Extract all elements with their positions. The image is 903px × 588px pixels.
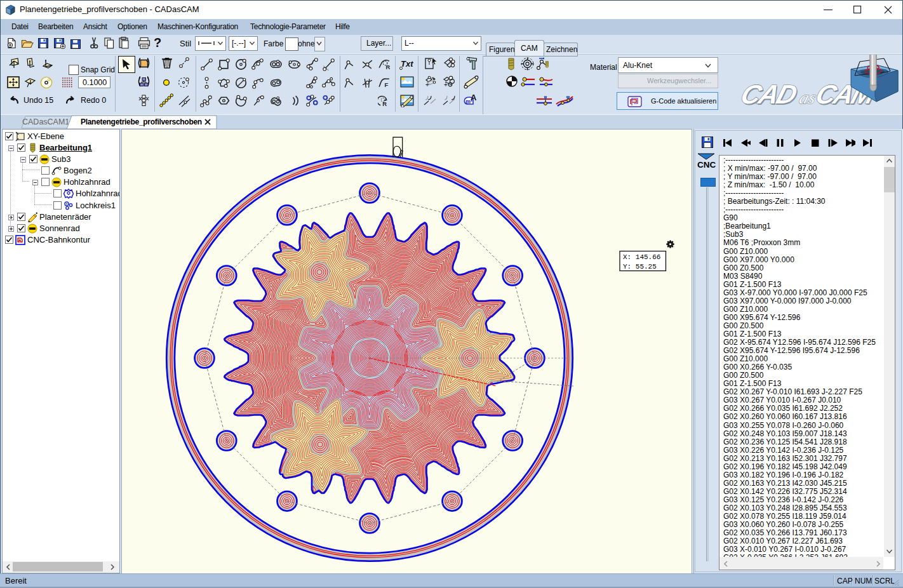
- svg-text:+: +: [425, 81, 429, 88]
- svg-text:R: R: [386, 63, 391, 70]
- svg-text:F: F: [385, 81, 389, 88]
- svg-text:X: 145.66: X: 145.66: [623, 253, 660, 261]
- svg-text:CAD: CAD: [737, 79, 800, 109]
- svg-text:R: R: [382, 100, 387, 107]
- svg-text:Txt: Txt: [401, 59, 413, 69]
- svg-text:+: +: [444, 81, 448, 88]
- svg-text:CNC: CNC: [697, 160, 716, 169]
- svg-text:Y: 55.25: Y: 55.25: [623, 263, 657, 271]
- svg-text:A: A: [471, 93, 477, 102]
